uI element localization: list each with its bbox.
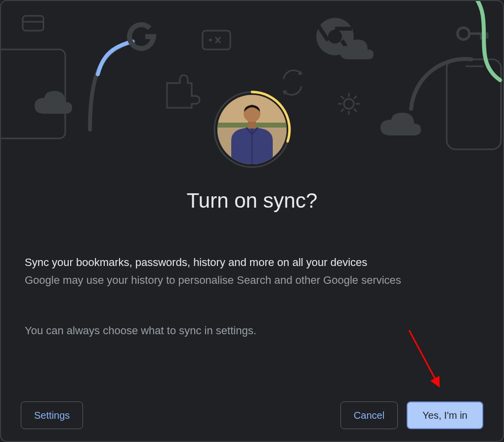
confirm-button-label: Yes, I'm in [422,410,467,421]
svg-rect-0 [1,49,65,138]
svg-point-6 [316,18,354,55]
settings-button[interactable]: Settings [21,401,83,429]
svg-rect-18 [447,59,501,149]
cloud-icon [380,113,421,135]
svg-point-8 [327,29,343,44]
password-field-icon [203,31,230,49]
gear-icon [338,93,360,115]
sync-description-tertiary: You can always choose what to sync in se… [25,324,479,337]
confirm-button[interactable]: Yes, I'm in [407,401,483,429]
key-icon [458,28,488,40]
dialog-content: Turn on sync? Sync your bookmarks, passw… [1,189,503,337]
cancel-button-label: Cancel [354,410,384,421]
chrome-icon [316,18,354,55]
svg-line-30 [409,330,439,386]
svg-point-5 [209,39,212,42]
svg-line-15 [354,109,357,112]
cloud-icon [340,40,374,59]
extension-icon [167,75,200,108]
svg-point-7 [327,29,343,44]
svg-line-17 [354,96,357,99]
sync-description-secondary: Google may use your history to personali… [25,274,479,287]
dialog-button-row: Settings Cancel Yes, I'm in [1,401,503,429]
svg-point-20 [458,28,469,40]
settings-button-label: Settings [34,410,70,421]
svg-rect-4 [203,31,230,49]
user-avatar [212,90,292,169]
credit-card-icon [23,16,43,31]
cancel-button[interactable]: Cancel [340,401,398,429]
dialog-title: Turn on sync? [25,189,479,213]
svg-line-14 [341,96,344,99]
sync-description-primary: Sync your bookmarks, passwords, history … [25,256,479,269]
svg-rect-1 [23,16,43,31]
svg-point-9 [344,99,354,109]
cloud-icon [35,91,72,114]
svg-line-16 [341,109,344,112]
google-g-icon [129,25,156,48]
